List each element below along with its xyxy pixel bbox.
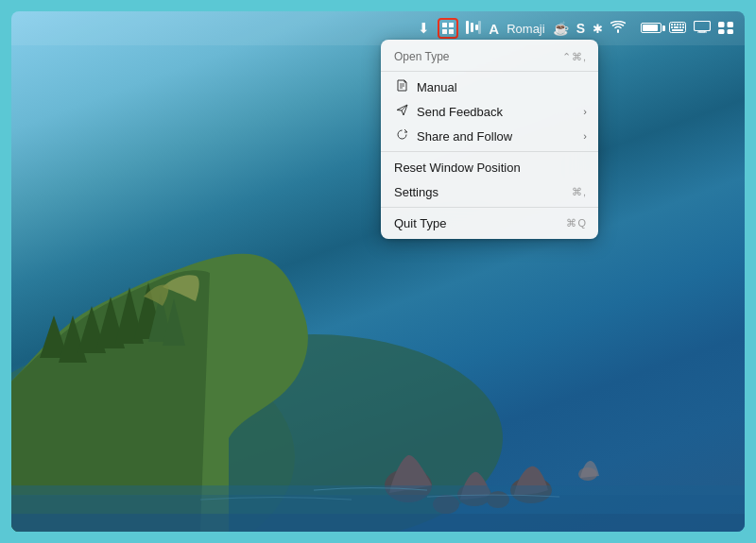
- svg-rect-34: [718, 29, 725, 34]
- menu-item-send-feedback[interactable]: Send Feedback ›: [381, 99, 598, 124]
- manual-label: Manual: [417, 80, 457, 94]
- bluetooth-icon[interactable]: ✱: [593, 22, 603, 36]
- share-follow-chevron: ›: [583, 130, 587, 142]
- font-icon[interactable]: A: [489, 21, 499, 37]
- svg-rect-17: [475, 25, 478, 30]
- svg-rect-10: [11, 514, 745, 532]
- menu-item-quit-type[interactable]: Quit Type ⌘Q: [381, 211, 598, 235]
- svg-rect-26: [674, 26, 679, 28]
- svg-rect-28: [682, 26, 684, 28]
- svg-rect-22: [677, 24, 679, 25]
- svg-rect-21: [674, 24, 676, 25]
- battery-icon[interactable]: [641, 20, 662, 37]
- wifi-icon[interactable]: [610, 20, 626, 37]
- keyboard-icon[interactable]: [669, 21, 686, 36]
- menu-separator-2: [381, 151, 598, 152]
- quit-type-label: Quit Type: [394, 216, 446, 230]
- menu-item-open-type[interactable]: Open Type ⌃⌘,: [381, 43, 598, 68]
- terrain-svg: [11, 194, 745, 532]
- svg-rect-18: [478, 21, 481, 34]
- send-feedback-icon: [394, 104, 409, 119]
- open-type-shortcut: ⌃⌘,: [562, 51, 587, 63]
- svg-rect-33: [728, 22, 734, 27]
- send-feedback-label: Send Feedback: [417, 105, 503, 119]
- svg-rect-20: [671, 24, 673, 25]
- share-follow-label: Share and Follow: [417, 129, 512, 144]
- bars-icon[interactable]: [466, 21, 481, 37]
- menu-separator-1: [381, 71, 598, 72]
- svg-rect-27: [679, 26, 681, 28]
- quit-type-shortcut: ⌘Q: [566, 217, 587, 229]
- reset-window-label: Reset Window Position: [394, 161, 521, 175]
- romaji-label: Romaji: [507, 22, 544, 36]
- svg-rect-15: [466, 21, 469, 34]
- menu-item-manual[interactable]: Manual: [381, 75, 598, 99]
- manual-icon: [394, 79, 409, 94]
- svg-rect-35: [728, 29, 734, 34]
- skype-icon[interactable]: S: [576, 21, 585, 36]
- svg-rect-32: [718, 22, 725, 27]
- svg-rect-11: [442, 23, 447, 27]
- svg-rect-23: [679, 24, 681, 25]
- display-icon[interactable]: [694, 21, 711, 36]
- menu-item-share-follow[interactable]: Share and Follow ›: [381, 124, 598, 148]
- settings-label: Settings: [394, 185, 438, 199]
- menubar: ⬇ A Romaji ☕: [11, 11, 745, 45]
- coffee-icon[interactable]: ☕: [553, 21, 569, 36]
- svg-rect-25: [671, 26, 673, 28]
- svg-rect-16: [471, 23, 473, 32]
- menu-item-reset-window[interactable]: Reset Window Position: [381, 155, 598, 179]
- svg-rect-14: [449, 29, 454, 34]
- send-feedback-chevron: ›: [583, 106, 587, 117]
- open-type-label: Open Type: [394, 50, 450, 63]
- share-follow-icon: [394, 128, 409, 144]
- svg-rect-30: [695, 22, 711, 31]
- desktop-background: ⬇ A Romaji ☕: [11, 11, 745, 532]
- svg-rect-24: [682, 24, 684, 25]
- svg-rect-12: [449, 23, 454, 27]
- download-icon[interactable]: ⬇: [418, 20, 430, 37]
- menu-item-settings[interactable]: Settings ⌘,: [381, 179, 598, 204]
- menu-separator-3: [381, 207, 598, 208]
- settings-shortcut: ⌘,: [572, 186, 587, 198]
- svg-rect-29: [672, 29, 683, 31]
- dropdown-menu: Open Type ⌃⌘, Manual: [381, 40, 598, 239]
- svg-rect-13: [442, 29, 447, 34]
- type-app-icon[interactable]: [438, 18, 458, 39]
- control-center-icon[interactable]: [718, 21, 733, 37]
